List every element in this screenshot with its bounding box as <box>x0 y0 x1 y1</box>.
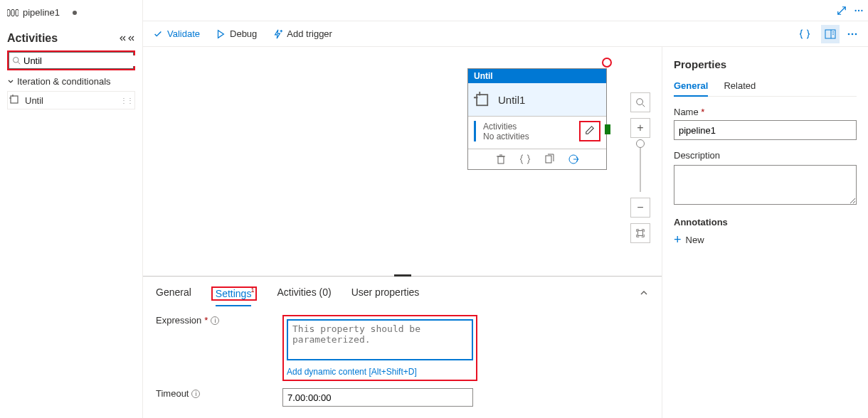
panel-resize-handle[interactable] <box>394 274 411 277</box>
search-highlight <box>7 50 135 70</box>
svg-point-22 <box>637 99 643 105</box>
description-input[interactable] <box>674 165 857 205</box>
activity-item-until[interactable]: Until ⋮⋮ <box>7 91 135 109</box>
node-type-label: Until <box>468 69 606 83</box>
properties-tab-general[interactable]: General <box>674 80 708 97</box>
properties-tab-related[interactable]: Related <box>724 80 756 96</box>
delete-icon[interactable] <box>495 154 507 165</box>
copy-icon[interactable] <box>544 154 555 165</box>
chevron-up-icon <box>639 288 649 298</box>
collapse-activities-button[interactable] <box>120 35 135 42</box>
svg-rect-0 <box>7 9 10 16</box>
node-activities-label: Activities <box>483 122 529 132</box>
pipeline-tab-label: pipeline1 <box>23 7 60 18</box>
validate-button[interactable]: Validate <box>153 28 200 39</box>
tab-settings[interactable]: Settings <box>216 285 252 306</box>
properties-panel-icon <box>825 28 836 40</box>
until-activity-node[interactable]: Until Until1 Activities No activities <box>467 68 607 170</box>
category-label: Iteration & conditionals <box>17 76 111 87</box>
svg-rect-1 <box>11 9 14 16</box>
search-canvas-button[interactable] <box>630 92 650 112</box>
braces-icon <box>799 28 810 40</box>
node-error-indicator-icon <box>602 58 612 68</box>
collapse-panel-button[interactable] <box>639 288 649 300</box>
braces-icon[interactable] <box>519 154 531 165</box>
code-view-button[interactable] <box>795 25 814 43</box>
expand-icon[interactable] <box>837 6 847 16</box>
until-icon <box>474 92 489 107</box>
activities-search-input[interactable] <box>23 55 143 66</box>
svg-point-6 <box>854 9 856 11</box>
activities-heading: Activities <box>7 32 120 45</box>
required-indicator: * <box>204 315 208 326</box>
add-trigger-label: Add trigger <box>287 28 332 39</box>
fit-icon <box>635 228 645 238</box>
unsaved-indicator-icon <box>73 11 77 15</box>
timeout-label: Timeout <box>156 388 189 399</box>
output-connector[interactable] <box>605 124 610 134</box>
properties-heading: Properties <box>674 58 857 70</box>
node-name: Until1 <box>498 94 525 106</box>
more-icon[interactable] <box>854 6 864 16</box>
info-icon[interactable]: i <box>191 390 200 398</box>
tab-user-properties[interactable]: User properties <box>351 284 420 304</box>
properties-toggle-button[interactable] <box>821 25 840 43</box>
svg-rect-17 <box>498 156 504 164</box>
pipeline-tab[interactable]: pipeline1 <box>7 4 135 21</box>
category-iteration[interactable]: Iteration & conditionals <box>7 76 135 87</box>
drag-grip-icon: ⋮⋮ <box>120 97 133 104</box>
svg-point-14 <box>852 33 854 35</box>
zoom-thumb[interactable] <box>636 139 645 148</box>
pipeline-canvas[interactable]: Until Until1 Activities No activities <box>143 47 662 418</box>
annotations-label: Annotations <box>674 217 857 227</box>
pencil-icon <box>585 125 595 135</box>
add-dynamic-content-link[interactable]: Add dynamic content [Alt+Shift+D] <box>287 367 473 377</box>
chevron-double-icon <box>120 35 127 42</box>
tab-general[interactable]: General <box>156 284 191 304</box>
lightning-icon <box>272 29 282 39</box>
play-icon <box>216 29 226 39</box>
svg-rect-24 <box>638 231 643 236</box>
timeout-input[interactable] <box>282 388 473 407</box>
add-annotation-button[interactable]: + New <box>674 233 857 246</box>
search-icon <box>12 56 21 65</box>
validate-label: Validate <box>167 28 200 39</box>
expression-highlight: Add dynamic content [Alt+Shift+D] <box>282 315 477 381</box>
plus-icon: + <box>674 233 682 246</box>
chevron-down-icon <box>7 78 14 85</box>
run-icon[interactable] <box>568 154 579 165</box>
chevron-double-icon <box>128 35 135 42</box>
fit-screen-button[interactable] <box>630 223 650 243</box>
zoom-out-button[interactable]: − <box>630 198 650 218</box>
activity-item-label: Until <box>25 95 43 106</box>
tab-activities[interactable]: Activities (0) <box>277 284 331 304</box>
debug-button[interactable]: Debug <box>216 28 257 39</box>
svg-line-23 <box>642 104 645 107</box>
svg-rect-20 <box>546 156 551 163</box>
svg-point-15 <box>855 33 857 35</box>
accent-bar <box>474 121 476 141</box>
more-icon[interactable] <box>847 28 858 40</box>
expression-input[interactable] <box>287 319 473 360</box>
svg-line-4 <box>18 62 20 64</box>
pipeline-name-input[interactable] <box>674 120 857 140</box>
zoom-in-button[interactable]: + <box>630 118 650 138</box>
description-field-label: Description <box>674 150 857 161</box>
new-annotation-label: New <box>686 235 704 245</box>
until-icon <box>9 95 21 106</box>
add-trigger-button[interactable]: Add trigger <box>272 28 332 39</box>
info-icon[interactable]: i <box>211 316 219 325</box>
activities-search[interactable] <box>9 52 134 69</box>
edit-activities-button[interactable] <box>579 121 600 141</box>
required-indicator: * <box>701 107 704 117</box>
pipeline-icon <box>7 9 18 16</box>
svg-point-7 <box>858 9 859 11</box>
expression-label: Expression <box>156 315 201 326</box>
debug-label: Debug <box>230 28 257 39</box>
search-icon <box>635 97 645 107</box>
settings-badge: 1 <box>250 286 254 294</box>
svg-point-13 <box>848 33 850 35</box>
tab-settings-highlight: Settings 1 <box>211 286 258 301</box>
svg-point-8 <box>861 9 862 11</box>
zoom-slider[interactable] <box>640 144 641 192</box>
